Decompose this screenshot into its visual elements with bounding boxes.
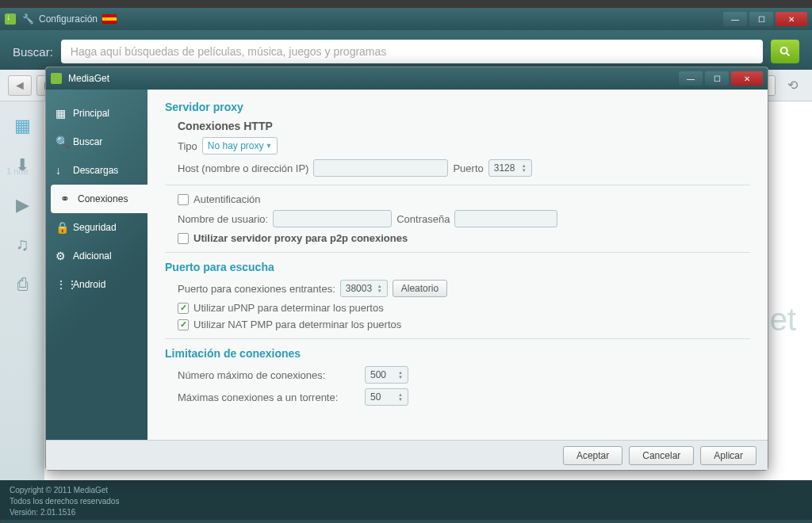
- accept-button[interactable]: Aceptar: [563, 446, 622, 465]
- max-torrent-value: 50: [370, 391, 381, 403]
- proxy-type-select[interactable]: No hay proxy▼: [202, 137, 278, 155]
- upnp-label: Utilizar uPNP para determinar los puerto…: [193, 302, 384, 314]
- dialog-footer: Aceptar Cancelar Aplicar: [46, 440, 768, 470]
- window-title-text: Configuración: [39, 13, 98, 25]
- section-proxy-title: Servidor proxy: [165, 101, 750, 113]
- username-input[interactable]: [273, 210, 392, 227]
- max-torrent-input[interactable]: 50▲▼: [365, 388, 408, 406]
- divider: [165, 338, 750, 339]
- sidebar-item-label: Adicional: [73, 250, 112, 262]
- auth-checkbox[interactable]: [178, 194, 189, 205]
- p2p-proxy-checkbox[interactable]: [178, 233, 189, 244]
- sidebar-item-label: Descargas: [73, 165, 118, 176]
- settings-dialog: MediaGet — ☐ ✕ ▦Principal 🔍Buscar ↓Desca…: [45, 67, 768, 471]
- search-bar: Buscar: Haga aquí búsquedas de películas…: [0, 30, 812, 70]
- apply-button[interactable]: Aplicar: [700, 446, 756, 465]
- footer-rights: Todos los derechos reservados: [10, 496, 802, 507]
- nav-back-button[interactable]: ◄: [8, 75, 32, 96]
- sidebar-item-label: Buscar: [73, 136, 102, 147]
- listen-port-value: 38003: [346, 283, 372, 294]
- grid-icon: ▦: [56, 107, 67, 120]
- dialog-window-controls: — ☐ ✕: [679, 71, 763, 86]
- nav-refresh-button[interactable]: ⟲: [780, 75, 804, 96]
- svg-point-0: [781, 48, 787, 54]
- search-icon: [779, 45, 791, 58]
- search-button[interactable]: [771, 40, 799, 63]
- listen-port-input[interactable]: 38003▲▼: [340, 280, 388, 297]
- tab-library-icon[interactable]: ▦: [10, 114, 34, 138]
- footer-copyright: Copyright © 2011 MediaGet: [10, 485, 802, 496]
- ghost-text: et: [770, 302, 796, 338]
- search-input[interactable]: Haga aquí búsquedas de películas, música…: [61, 40, 763, 63]
- tab-video-icon[interactable]: ▶: [10, 193, 34, 217]
- upnp-checkbox[interactable]: [178, 303, 189, 314]
- sidebar-item-descargas[interactable]: ↓Descargas: [46, 156, 147, 185]
- app-icon: [5, 13, 16, 25]
- main-sidebar: ▦ ⬇ ▶ ♫ ⎙: [0, 101, 44, 480]
- close-button[interactable]: ✕: [776, 12, 807, 26]
- minimize-button[interactable]: —: [723, 12, 747, 26]
- proxy-port-input[interactable]: 3128▲▼: [488, 159, 532, 177]
- username-label: Nombre de usuario:: [178, 213, 268, 225]
- dialog-close-button[interactable]: ✕: [731, 71, 763, 86]
- settings-content: Servidor proxy Conexiones HTTP Tipo No h…: [147, 90, 768, 440]
- sidebar-item-principal[interactable]: ▦Principal: [46, 99, 147, 128]
- proxy-port-label: Puerto: [453, 162, 483, 174]
- http-connections-title: Conexiones HTTP: [178, 120, 750, 132]
- status-text: 1 nue: [6, 166, 29, 176]
- sidebar-item-android[interactable]: ⋮⋮Android: [46, 270, 147, 299]
- sidebar-item-label: Android: [73, 279, 105, 290]
- max-torrent-label: Máximas conexiones a un torrente:: [178, 391, 360, 403]
- tab-device-icon[interactable]: ⎙: [10, 273, 34, 296]
- spinner-icon[interactable]: ▲▼: [522, 163, 527, 173]
- proxy-type-label: Tipo: [178, 140, 197, 152]
- section-limit-title: Limitación de conexiones: [165, 347, 750, 360]
- main-titlebar: 🔧 Configuración — ☐ ✕: [0, 8, 812, 30]
- listen-port-label: Puerto para conexiones entrantes:: [178, 283, 335, 295]
- spinner-icon[interactable]: ▲▼: [398, 392, 403, 402]
- app-icon: [51, 73, 62, 84]
- sidebar-item-buscar[interactable]: 🔍Buscar: [46, 128, 147, 156]
- divider: [165, 252, 750, 253]
- proxy-type-value: No hay proxy: [208, 140, 264, 151]
- svg-line-1: [787, 53, 789, 55]
- main-footer: Copyright © 2011 MediaGet Todos los dere…: [0, 480, 812, 520]
- dialog-maximize-button[interactable]: ☐: [705, 71, 729, 86]
- password-input[interactable]: [454, 210, 557, 227]
- maximize-button[interactable]: ☐: [749, 12, 773, 26]
- proxy-host-input[interactable]: [313, 159, 448, 177]
- dialog-minimize-button[interactable]: —: [679, 71, 703, 86]
- footer-version: Versión: 2.01.1516: [10, 507, 802, 518]
- max-conn-input[interactable]: 500▲▼: [365, 366, 408, 384]
- search-icon: 🔍: [56, 136, 67, 148]
- tab-music-icon[interactable]: ♫: [10, 233, 34, 257]
- link-icon: ⚭: [60, 193, 71, 205]
- sidebar-item-label: Seguridad: [73, 222, 117, 233]
- spinner-icon[interactable]: ▲▼: [398, 370, 403, 380]
- spinner-icon[interactable]: ▲▼: [377, 284, 382, 293]
- android-icon: ⋮⋮: [56, 278, 67, 291]
- cancel-button[interactable]: Cancelar: [629, 446, 694, 465]
- proxy-host-label: Host (nombre o dirección IP): [178, 162, 308, 174]
- sidebar-item-conexiones[interactable]: ⚭Conexiones: [51, 185, 147, 213]
- auth-label: Autentificación: [193, 193, 261, 205]
- sidebar-item-label: Conexiones: [78, 193, 128, 204]
- window-title: Configuración: [39, 13, 117, 25]
- divider: [165, 185, 750, 185]
- password-label: Contraseña: [396, 213, 450, 225]
- search-label: Buscar:: [13, 45, 53, 59]
- download-icon: ↓: [56, 164, 67, 177]
- sidebar-item-adicional[interactable]: ⚙Adicional: [46, 242, 147, 270]
- p2p-proxy-label: Utilizar servidor proxy para p2p conexio…: [193, 232, 408, 244]
- random-port-button[interactable]: Aleatorio: [393, 280, 447, 297]
- proxy-port-value: 3128: [494, 162, 515, 174]
- natpmp-checkbox[interactable]: [178, 319, 189, 330]
- settings-sidebar: ▦Principal 🔍Buscar ↓Descargas ⚭Conexione…: [46, 90, 147, 440]
- wrench-icon: 🔧: [22, 13, 34, 25]
- chevron-down-icon: ▼: [266, 142, 273, 150]
- lock-icon: 🔒: [56, 221, 67, 234]
- window-controls: — ☐ ✕: [723, 12, 807, 26]
- dialog-body: ▦Principal 🔍Buscar ↓Descargas ⚭Conexione…: [46, 90, 768, 440]
- natpmp-label: Utilizar NAT PMP para determinar los pue…: [193, 319, 401, 330]
- sidebar-item-seguridad[interactable]: 🔒Seguridad: [46, 213, 147, 242]
